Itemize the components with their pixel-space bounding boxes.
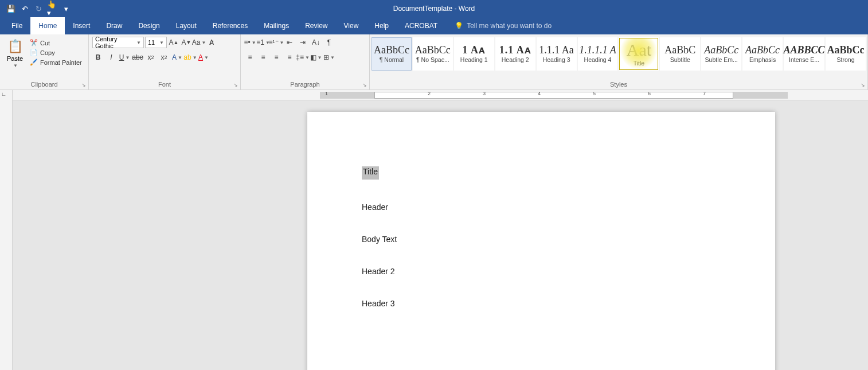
chevron-down-icon: ▼ bbox=[13, 63, 18, 68]
align-right-button[interactable]: ≡ bbox=[271, 52, 282, 63]
window-title: DocumentTemplate - Word bbox=[393, 5, 475, 13]
bullets-button[interactable]: ≡•▼ bbox=[244, 37, 256, 48]
style-preview: AaBbCc bbox=[704, 45, 738, 55]
group-label-clipboard: Clipboard↘ bbox=[0, 81, 88, 89]
style-name-label: Strong bbox=[837, 56, 855, 63]
clear-formatting-button[interactable]: A̷ bbox=[206, 37, 217, 48]
style-item-subtitle[interactable]: AaBbCSubtitle bbox=[660, 37, 700, 71]
style-preview: 1.1.1 Aa bbox=[539, 45, 574, 55]
tab-design[interactable]: Design bbox=[130, 17, 167, 34]
document-line[interactable]: Title bbox=[362, 166, 721, 180]
tab-help[interactable]: Help bbox=[366, 17, 397, 34]
font-size-combo[interactable]: 11▼ bbox=[145, 37, 167, 48]
undo-icon[interactable]: ↶ bbox=[19, 3, 30, 14]
style-item-subtle-em-[interactable]: AaBbCcSubtle Em... bbox=[701, 37, 741, 71]
align-center-button[interactable]: ≡ bbox=[257, 52, 269, 63]
subscript-button[interactable]: x2 bbox=[145, 52, 157, 63]
copy-button[interactable]: 📄Copy bbox=[30, 49, 82, 56]
format-painter-button[interactable]: 🖌️Format Painter bbox=[30, 59, 82, 66]
cut-button[interactable]: ✂️Cut bbox=[30, 39, 82, 46]
tab-references[interactable]: References bbox=[205, 17, 256, 34]
align-left-button[interactable]: ≡ bbox=[244, 52, 256, 63]
document-line[interactable]: Header 2 bbox=[362, 267, 721, 276]
text-effects-button[interactable]: A▼ bbox=[171, 52, 183, 63]
font-color-button[interactable]: A▼ bbox=[198, 52, 209, 63]
numbering-button[interactable]: ≡1▼ bbox=[257, 37, 269, 48]
style-item--normal[interactable]: AaBbCc¶ Normal bbox=[372, 37, 412, 71]
tab-insert[interactable]: Insert bbox=[65, 17, 98, 34]
tab-draw[interactable]: Draw bbox=[98, 17, 130, 34]
style-name-label: Heading 3 bbox=[543, 56, 570, 63]
style-name-label: ¶ Normal bbox=[380, 56, 404, 63]
style-name-label: Heading 2 bbox=[502, 56, 529, 63]
style-preview: AABBCC bbox=[784, 45, 825, 55]
bold-button[interactable]: B bbox=[92, 52, 104, 63]
document-line[interactable]: Header bbox=[362, 202, 721, 212]
line-spacing-button[interactable]: ‡≡▼ bbox=[297, 52, 308, 63]
style-item--no-spac-[interactable]: AaBbCc¶ No Spac... bbox=[413, 37, 453, 71]
tab-layout[interactable]: Layout bbox=[168, 17, 205, 34]
borders-button[interactable]: ⊞▼ bbox=[323, 52, 335, 63]
group-paragraph: ≡•▼ ≡1▼ ≡¹⁻▼ ⇤ ⇥ A↓ ¶ ≡ ≡ ≡ ≡ ‡≡▼ ◧▼ ⊞▼ bbox=[241, 34, 370, 89]
grow-font-button[interactable]: A▲ bbox=[168, 37, 179, 48]
sort-button[interactable]: A↓ bbox=[310, 37, 322, 48]
style-name-label: Subtle Em... bbox=[705, 56, 738, 63]
style-name-label: Heading 1 bbox=[460, 56, 488, 63]
style-item-heading-4[interactable]: 1.1.1.1 AHeading 4 bbox=[578, 37, 618, 71]
ribbon: 📋 Paste ▼ ✂️Cut 📄Copy 🖌️Format Painter C… bbox=[0, 34, 868, 90]
style-name-label: Title bbox=[634, 60, 644, 67]
multilevel-list-button[interactable]: ≡¹⁻▼ bbox=[271, 37, 282, 48]
tab-acrobat[interactable]: ACROBAT bbox=[397, 17, 445, 34]
tab-mailings[interactable]: Mailings bbox=[256, 17, 297, 34]
tab-file[interactable]: File bbox=[3, 17, 30, 34]
document-page[interactable]: TitleHeaderBody TextHeader 2Header 3 bbox=[307, 112, 775, 370]
style-item-heading-2[interactable]: 1.1 AᴀHeading 2 bbox=[495, 37, 535, 71]
style-item-title[interactable]: AatTitle bbox=[619, 37, 659, 71]
highlight-button[interactable]: ab▼ bbox=[185, 52, 196, 63]
italic-button[interactable]: I bbox=[105, 52, 117, 63]
styles-gallery[interactable]: AaBbCc¶ NormalAaBbCc¶ No Spac...1 AᴀHead… bbox=[370, 36, 867, 81]
style-preview: Aat bbox=[627, 41, 651, 59]
group-label-paragraph: Paragraph↘ bbox=[241, 81, 369, 89]
justify-button[interactable]: ≡ bbox=[284, 52, 295, 63]
decrease-indent-button[interactable]: ⇤ bbox=[284, 37, 295, 48]
group-styles: AaBbCc¶ NormalAaBbCc¶ No Spac...1 AᴀHead… bbox=[370, 34, 868, 89]
tab-view[interactable]: View bbox=[336, 17, 367, 34]
style-preview: 1.1 Aᴀ bbox=[499, 45, 531, 55]
group-font: Century Gothic▼ 11▼ A▲ A▼ Aa▼ A̷ B I U▼ … bbox=[89, 34, 241, 89]
increase-indent-button[interactable]: ⇥ bbox=[297, 37, 308, 48]
style-preview: AaBbCc bbox=[415, 45, 451, 55]
style-item-heading-3[interactable]: 1.1.1 AaHeading 3 bbox=[537, 37, 577, 71]
style-item-intense-e-[interactable]: AABBCCIntense E... bbox=[784, 37, 824, 71]
dialog-launcher-icon[interactable]: ↘ bbox=[233, 82, 238, 88]
shrink-font-button[interactable]: A▼ bbox=[181, 37, 192, 48]
shading-button[interactable]: ◧▼ bbox=[310, 52, 322, 63]
font-name-combo[interactable]: Century Gothic▼ bbox=[92, 37, 144, 48]
vertical-ruler: ∟ bbox=[0, 90, 13, 370]
change-case-button[interactable]: Aa▼ bbox=[193, 37, 205, 48]
dialog-launcher-icon[interactable]: ↘ bbox=[861, 82, 865, 88]
style-name-label: ¶ No Spac... bbox=[416, 56, 449, 63]
style-name-label: Intense E... bbox=[789, 56, 819, 63]
strikethrough-button[interactable]: abc bbox=[132, 52, 143, 63]
document-line[interactable]: Body Text bbox=[362, 235, 721, 244]
qat-customize-icon[interactable]: ▾ bbox=[61, 3, 71, 14]
dialog-launcher-icon[interactable]: ↘ bbox=[362, 82, 367, 88]
redo-icon[interactable]: ↻ bbox=[33, 3, 44, 14]
touch-mode-icon[interactable]: 👆▾ bbox=[47, 3, 57, 14]
paste-button[interactable]: 📋 Paste ▼ bbox=[3, 37, 26, 81]
style-item-heading-1[interactable]: 1 AᴀHeading 1 bbox=[454, 37, 494, 71]
tab-review[interactable]: Review bbox=[297, 17, 335, 34]
dialog-launcher-icon[interactable]: ↘ bbox=[81, 82, 86, 88]
horizontal-ruler: 2345671 bbox=[13, 90, 868, 100]
tab-selector[interactable]: ∟ bbox=[1, 91, 6, 97]
superscript-button[interactable]: x2 bbox=[158, 52, 170, 63]
document-line[interactable]: Header 3 bbox=[362, 299, 721, 308]
underline-button[interactable]: U▼ bbox=[119, 52, 130, 63]
tell-me-search[interactable]: 💡 Tell me what you want to do bbox=[445, 17, 552, 34]
tab-home[interactable]: Home bbox=[30, 17, 65, 34]
show-marks-button[interactable]: ¶ bbox=[323, 37, 335, 48]
style-item-strong[interactable]: AaBbCcStrong bbox=[826, 37, 866, 71]
style-item-emphasis[interactable]: AaBbCcEmphasis bbox=[742, 37, 783, 71]
save-icon[interactable]: 💾 bbox=[6, 3, 16, 14]
